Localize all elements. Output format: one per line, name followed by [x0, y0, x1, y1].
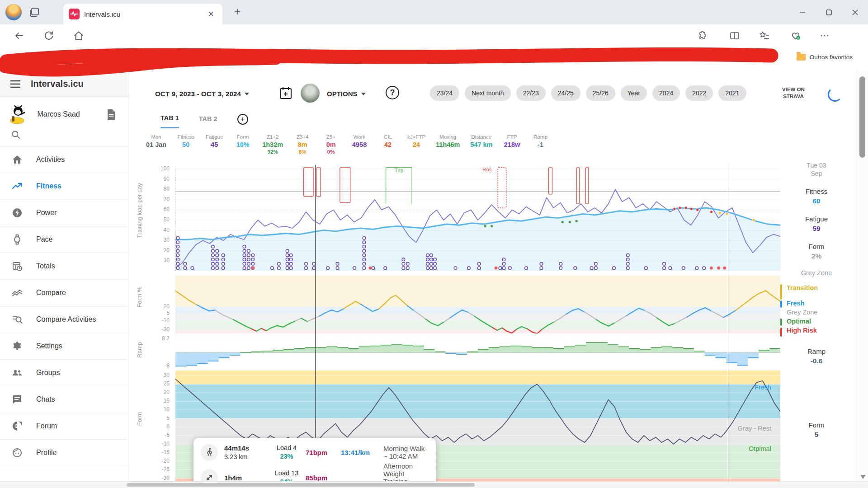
y-tick-label: 25 — [164, 380, 170, 387]
stat-work: Work4958 — [350, 134, 368, 155]
range-25-26[interactable]: 25/26 — [586, 85, 615, 101]
sidebar-item-chats[interactable]: Chats — [0, 386, 128, 413]
sidebar-item-activities[interactable]: Activities — [0, 146, 128, 173]
svg-text:Ros...: Ros... — [482, 167, 496, 172]
sidebar-item-compare-activities[interactable]: Compare Activities — [0, 306, 128, 333]
panel-form-value: 2% — [780, 252, 853, 260]
new-tab-button[interactable]: + — [234, 5, 241, 18]
back-icon[interactable] — [13, 29, 25, 42]
form-pct-chart[interactable] — [175, 276, 780, 333]
stat-ftp: FTP218w — [503, 134, 521, 155]
sidebar-item-power[interactable]: Power — [0, 200, 128, 226]
browser-profile-avatar[interactable] — [5, 4, 22, 20]
ramp-panel: Ramp -0.6 — [780, 347, 853, 365]
y-tick-label: 30 — [164, 372, 170, 378]
tab-1[interactable]: TAB 1 — [160, 114, 179, 128]
range-year[interactable]: Year — [621, 85, 647, 101]
tab-close-icon[interactable]: ✕ — [205, 9, 217, 20]
user-name: Marcos Saad — [37, 110, 80, 118]
user-row[interactable]: Marcos Saad — [0, 97, 128, 126]
stat-z1-2: Z1+21h32m92% — [262, 134, 283, 155]
trending-up-icon — [12, 181, 23, 192]
browser-tab[interactable]: Intervals.icu ✕ — [63, 4, 222, 24]
y-tick-label: 100 — [160, 165, 170, 172]
home-icon[interactable] — [72, 29, 85, 42]
scrollbar-thumb[interactable] — [127, 483, 475, 487]
fitness-chart[interactable]: TripRos... — [175, 165, 780, 271]
split-window-icon[interactable] — [728, 29, 741, 42]
calendar-add-icon[interactable] — [278, 86, 293, 100]
sidebar-item-forum[interactable]: D Forum — [0, 413, 128, 440]
other-favorites-folder[interactable]: Outros favoritos — [797, 54, 853, 61]
y-tick-label: -10 — [162, 317, 170, 324]
search-icon[interactable] — [11, 130, 21, 140]
range-2021[interactable]: 2021 — [718, 85, 746, 101]
legend-fresh: Fresh — [780, 300, 857, 307]
selected-day-cursor[interactable] — [315, 165, 316, 482]
y-tick-label: 20 — [164, 303, 170, 310]
y-tick-label: -5 — [165, 432, 170, 438]
refresh-icon[interactable] — [42, 29, 55, 42]
sidebar-item-profile[interactable]: Profile — [0, 440, 128, 466]
range-next-month[interactable]: Next month — [465, 85, 511, 101]
form-axis-title: Form — [136, 412, 143, 426]
favorites-list-icon[interactable] — [758, 29, 771, 42]
stat-distance: Distance547 km — [470, 134, 492, 155]
chevron-down-icon — [245, 93, 249, 95]
sidebar-item-groups[interactable]: Groups — [0, 360, 128, 386]
ramp-y-axis: 8.2-8 — [146, 338, 172, 368]
tab-2[interactable]: TAB 2 — [199, 115, 217, 128]
ramp-chart[interactable] — [175, 338, 780, 368]
svg-text:D: D — [15, 423, 19, 429]
sidebar: Intervals.icu Marcos Saad Activities Fit… — [0, 71, 128, 482]
close-icon[interactable] — [842, 0, 868, 24]
sidebar-item-fitness[interactable]: Fitness — [0, 173, 128, 200]
selected-day-cursor[interactable] — [728, 165, 729, 482]
maximize-icon[interactable] — [816, 0, 842, 24]
sidebar-item-settings[interactable]: Settings — [0, 333, 128, 360]
range-23-24[interactable]: 23/24 — [430, 85, 459, 101]
stat-z3-4: Z3+48m8% — [293, 134, 311, 155]
vertical-scrollbar[interactable] — [857, 71, 868, 482]
compare-search-icon — [12, 314, 23, 325]
y-tick-label: 5 — [166, 310, 170, 316]
y-tick-label: -15 — [162, 449, 170, 455]
athlete-avatar[interactable] — [301, 84, 320, 103]
options-button[interactable]: OPTIONS — [327, 90, 366, 98]
range-24-25[interactable]: 24/25 — [551, 85, 580, 101]
view-on-strava-link[interactable]: VIEW ONSTRAVA — [771, 86, 816, 100]
extensions-icon[interactable] — [696, 29, 708, 42]
legend-grey-zone: Grey Zone — [780, 309, 857, 316]
stats-row: Mon01 Jan Fitness50 Fatigue45 Form10% Z1… — [146, 134, 550, 155]
bookmarks-bar: Outros favoritos — [0, 47, 868, 71]
scrollbar-thumb[interactable] — [859, 76, 865, 158]
activity-tooltip: 44m14s3.23 km Load 423% 71bpm 13:41/km M… — [193, 438, 436, 482]
add-tab-icon[interactable]: + — [237, 114, 248, 125]
sidebar-item-totals[interactable]: Totals — [0, 253, 128, 280]
home-icon — [12, 154, 23, 165]
help-button[interactable]: ? — [386, 86, 399, 99]
browser-essentials-icon[interactable] — [789, 29, 802, 42]
range-2024[interactable]: 2024 — [652, 85, 680, 101]
sidebar-item-compare[interactable]: Compare — [0, 280, 128, 306]
menu-icon[interactable] — [10, 80, 21, 88]
compare-lines-icon — [12, 287, 23, 298]
range-2022[interactable]: 2022 — [685, 85, 713, 101]
sidebar-item-pace[interactable]: Pace — [0, 226, 128, 253]
horizontal-scrollbar[interactable] — [0, 481, 868, 488]
more-options-icon[interactable] — [818, 29, 831, 42]
date-range-selector[interactable]: OCT 9, 2023 - OCT 3, 2024 — [155, 90, 249, 98]
range-22-23[interactable]: 22/23 — [516, 85, 546, 101]
minimize-icon[interactable] — [789, 0, 816, 24]
stat-fatigue: Fatigue45 — [205, 134, 223, 155]
panel-form2-value: 5 — [780, 431, 853, 439]
document-icon[interactable] — [106, 109, 116, 121]
stat-form: Form10% — [234, 134, 252, 155]
stat-moving: Moving11h46m — [436, 134, 460, 155]
scroll-down-arrow-icon[interactable] — [860, 475, 866, 479]
y-tick-label: 10 — [164, 257, 170, 263]
y-tick-label: -30 — [162, 475, 170, 481]
walk-icon — [201, 444, 218, 461]
tab-groups-icon[interactable] — [28, 6, 41, 19]
panel-fatigue-value: 59 — [780, 225, 853, 233]
